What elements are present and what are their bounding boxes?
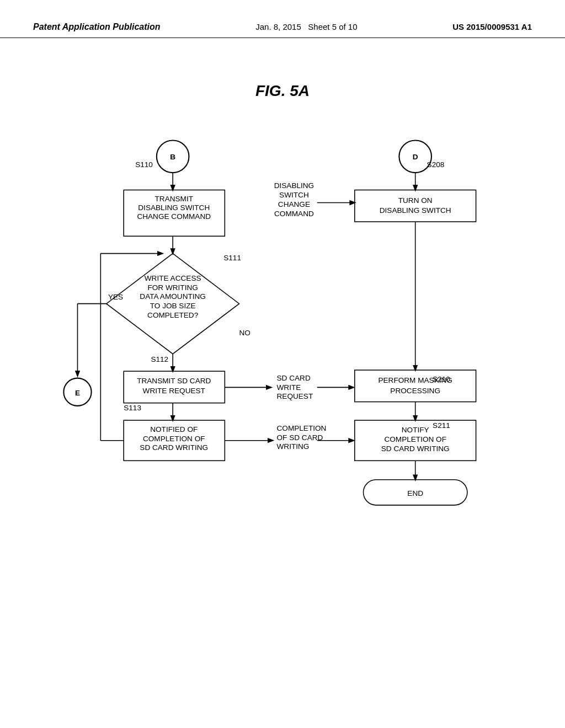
header-center: Jan. 8, 2015 Sheet 5 of 10: [255, 22, 357, 31]
node-D: D: [413, 153, 418, 161]
label-S112: S112: [151, 355, 168, 363]
transmit-text-1: TRANSMIT: [155, 195, 193, 203]
completion-text-3: WRITING: [277, 442, 310, 451]
notified-text-2: COMPLETION OF: [143, 435, 205, 443]
svg-rect-20: [355, 370, 476, 402]
label-S113: S113: [124, 404, 141, 412]
label-S208: S208: [427, 160, 445, 169]
diamond-text-3: DATA AMOUNTING: [140, 292, 206, 301]
disabling-label-4: COMMAND: [274, 210, 314, 218]
disabling-label-1: DISABLING: [274, 181, 315, 190]
sd-write-text-1: SD CARD: [277, 374, 311, 382]
svg-rect-18: [355, 190, 476, 222]
notified-text-1: NOTIFIED OF: [150, 425, 198, 433]
patent-number: US 2015/0009531 A1: [452, 22, 532, 31]
completion-text-1: COMPLETION: [277, 424, 327, 432]
turnon-text-1: TURN ON: [398, 196, 433, 205]
notify-text-3: SD CARD WRITING: [381, 445, 450, 453]
turnon-text-2: DISABLING SWITCH: [380, 206, 451, 215]
disabling-label-3: CHANGE: [278, 200, 310, 208]
completion-text-2: OF SD CARD: [277, 433, 323, 442]
publication-label: Patent Application Publication: [33, 22, 161, 32]
page-header: Patent Application Publication Jan. 8, 2…: [0, 0, 565, 38]
disabling-label-2: SWITCH: [279, 191, 309, 199]
node-E: E: [75, 389, 80, 397]
no-label: NO: [239, 329, 250, 337]
diamond-text-2: FOR WRITING: [147, 283, 198, 292]
transmit-text-3: CHANGE COMMAND: [137, 212, 211, 221]
sheet-label: Sheet 5 of 10: [308, 22, 357, 31]
notify-text-2: COMPLETION OF: [384, 435, 446, 443]
label-S111: S111: [223, 254, 241, 262]
node-B: B: [170, 153, 175, 161]
figure-title: FIG. 5A: [0, 82, 565, 100]
diamond-text-4: TO JOB SIZE: [150, 302, 196, 310]
diamond-text-5: COMPLETED?: [147, 311, 199, 319]
transmit-text-2: DISABLING SWITCH: [138, 204, 210, 212]
transmit-sd-text-1: TRANSMIT SD CARD: [137, 377, 211, 385]
sd-write-text-3: REQUEST: [277, 392, 313, 400]
masking-text-1: PERFORM MASKING: [378, 376, 452, 384]
label-S110: S110: [135, 160, 153, 169]
masking-text-2: PROCESSING: [390, 387, 440, 395]
date-label: Jan. 8, 2015: [255, 22, 301, 31]
sd-write-text-2: WRITE: [277, 383, 301, 392]
notified-text-3: SD CARD WRITING: [140, 443, 208, 452]
diamond-text-1: WRITE ACCESS: [145, 274, 201, 282]
yes-label: YES: [108, 293, 123, 301]
notify-text-1: NOTIFY: [402, 426, 429, 434]
label-S211: S211: [433, 421, 450, 430]
end-label: END: [407, 489, 423, 497]
diagram-area: text { font-family: Arial, sans-serif; f…: [0, 122, 565, 618]
transmit-sd-text-2: WRITE REQUEST: [143, 387, 205, 395]
